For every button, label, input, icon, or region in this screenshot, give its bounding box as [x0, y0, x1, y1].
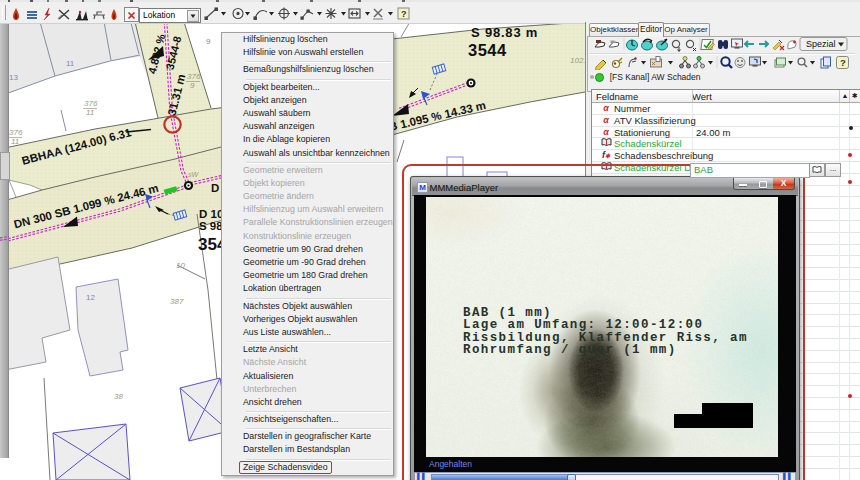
svg-text:D: D	[211, 182, 219, 194]
svg-text:?: ?	[401, 9, 407, 19]
svg-text:D 10: D 10	[199, 208, 223, 220]
svg-text:S 98.83 m: S 98.83 m	[471, 25, 538, 40]
svg-text:13: 13	[9, 73, 18, 82]
svg-text:S 98: S 98	[199, 220, 223, 232]
svg-text:11: 11	[11, 137, 19, 146]
svg-text:Spezial: Spezial	[806, 39, 836, 49]
svg-text:9: 9	[190, 81, 195, 90]
svg-text:11: 11	[66, 59, 75, 68]
svg-text:12: 12	[86, 293, 95, 302]
svg-text:sW: sW	[188, 171, 200, 178]
svg-text:38: 38	[114, 392, 123, 401]
svg-text:11: 11	[86, 108, 94, 117]
svg-text:376: 376	[187, 72, 201, 81]
svg-text:387: 387	[170, 297, 184, 306]
svg-text:?: ?	[840, 57, 846, 68]
svg-text:9: 9	[206, 37, 211, 46]
svg-text:3544: 3544	[468, 41, 507, 59]
svg-text:10: 10	[176, 261, 185, 270]
svg-text:376: 376	[84, 99, 98, 108]
svg-text:376: 376	[9, 128, 23, 137]
